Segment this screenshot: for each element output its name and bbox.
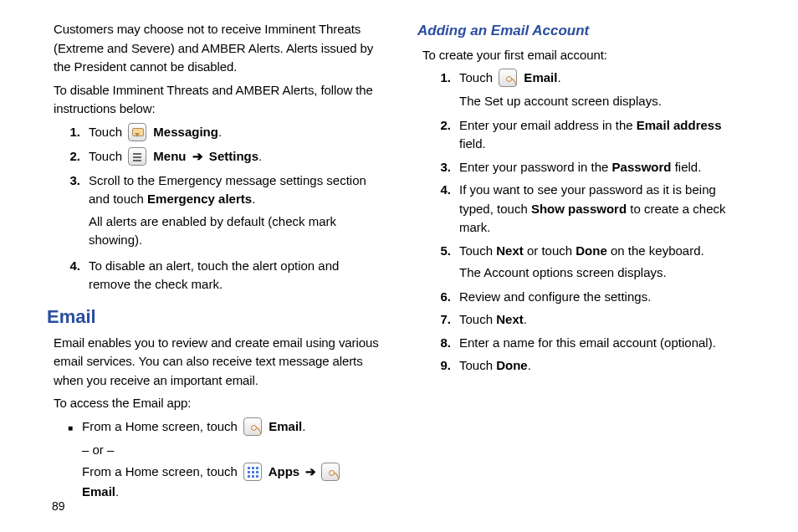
list-content: Enter a name for this email account (opt…	[459, 334, 751, 353]
list-number: 8.	[437, 334, 459, 353]
list-content: If you want to see your password as it i…	[459, 181, 751, 238]
list-content: Enter your password in the Password fiel…	[459, 158, 751, 177]
email-para-2: To access the Email app:	[47, 394, 381, 413]
right-column: Adding an Email Account To create your f…	[417, 20, 751, 505]
left-column: Customers may choose not to receive Immi…	[47, 20, 381, 505]
bullet-content: From a Home screen, touch Email. – or – …	[82, 417, 381, 502]
arrow-icon: ➔	[190, 149, 206, 163]
list-item: 3. Scroll to the Emergency message setti…	[47, 171, 381, 250]
list-content: Review and configure the settings.	[459, 288, 751, 307]
list-item: 5. Touch Next or touch Done on the keybo…	[417, 242, 751, 283]
list-item: 7. Touch Next.	[417, 310, 751, 330]
list-subtext: All alerts are enabled by default (check…	[89, 212, 381, 250]
list-item: 9. Touch Done.	[417, 356, 751, 376]
email-icon	[499, 69, 517, 87]
email-para-1: Email enables you to review and create e…	[47, 334, 381, 391]
list-item: 1. Touch Email. The Set up account scree…	[417, 69, 751, 111]
apps-icon	[243, 463, 262, 481]
list-number: 9.	[437, 356, 459, 376]
list-number: 2.	[437, 116, 459, 154]
list-subtext: The Account options screen displays.	[459, 263, 751, 283]
list-item: 6. Review and configure the settings.	[417, 288, 751, 307]
list-content: Scroll to the Emergency message settings…	[89, 171, 381, 250]
page-number: 89	[52, 498, 65, 515]
list-content: Touch Messaging.	[89, 123, 381, 143]
intro-para-2: To disable Imminent Threats and AMBER Al…	[47, 81, 381, 119]
page-columns: Customers may choose not to receive Immi…	[47, 20, 751, 505]
arrow-icon: ➔	[303, 464, 319, 478]
list-content: Touch Menu ➔ Settings.	[89, 147, 381, 167]
list-item: 1. Touch Messaging.	[47, 123, 381, 143]
list-item: 4. If you want to see your password as i…	[417, 181, 751, 238]
adding-intro: To create your first email account:	[417, 46, 751, 65]
list-item: 2. Touch Menu ➔ Settings.	[47, 147, 381, 167]
list-number: 2.	[67, 147, 89, 167]
list-number: 4.	[67, 257, 89, 294]
list-content: To disable an alert, touch the alert opt…	[89, 257, 381, 294]
list-number: 6.	[437, 288, 459, 307]
list-content: Touch Next.	[459, 310, 751, 330]
email-icon	[321, 463, 340, 481]
list-content: Touch Next or touch Done on the keyboard…	[459, 242, 751, 283]
list-item: 8. Enter a name for this email account (…	[417, 334, 751, 353]
list-number: 1.	[67, 123, 89, 143]
list-number: 4.	[437, 181, 459, 238]
bullet-marker: ■	[59, 417, 82, 502]
list-number: 1.	[437, 69, 459, 111]
list-item: 2. Enter your email address in the Email…	[417, 116, 751, 154]
list-item: 3. Enter your password in the Password f…	[417, 158, 751, 177]
email-heading: Email	[47, 303, 381, 330]
bullet-alt: From a Home screen, touch Apps ➔ Email.	[82, 463, 381, 502]
bullet-item: ■ From a Home screen, touch Email. – or …	[47, 417, 381, 502]
list-content: Enter your email address in the Email ad…	[459, 116, 751, 154]
menu-icon	[128, 147, 146, 166]
list-item: 4. To disable an alert, touch the alert …	[47, 257, 381, 294]
list-number: 3.	[437, 158, 459, 177]
list-number: 5.	[437, 242, 459, 283]
list-number: 7.	[437, 310, 459, 330]
adding-account-heading: Adding an Email Account	[417, 20, 751, 42]
list-number: 3.	[67, 171, 89, 250]
list-subtext: The Set up account screen displays.	[459, 92, 751, 111]
intro-para-1: Customers may choose not to receive Immi…	[47, 20, 381, 77]
list-content: Touch Email. The Set up account screen d…	[459, 69, 751, 111]
messaging-icon	[128, 123, 146, 141]
or-text: – or –	[82, 441, 381, 460]
email-icon	[243, 417, 262, 436]
list-content: Touch Done.	[459, 356, 751, 376]
